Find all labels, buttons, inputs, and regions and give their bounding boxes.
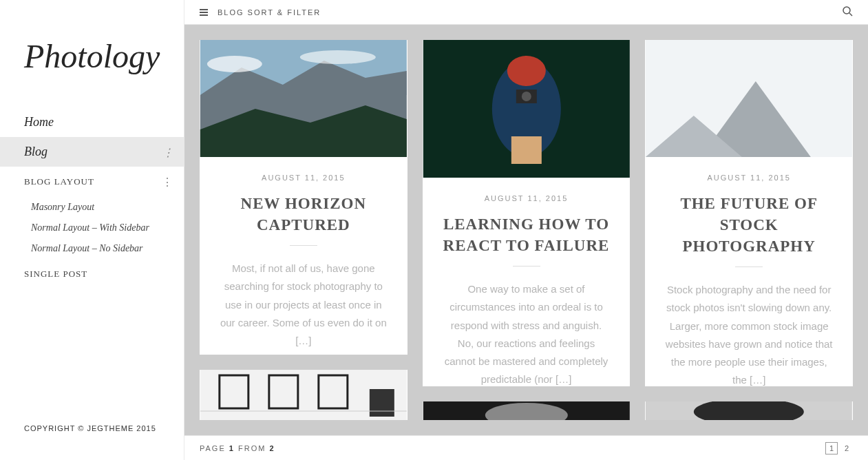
svg-point-5 <box>207 56 262 72</box>
nav-item-label: Blog <box>24 145 47 158</box>
post-date: AUGUST 11, 2015 <box>664 174 834 182</box>
nav-section-blog-layout[interactable]: BLOG LAYOUT ⋮ <box>0 167 184 197</box>
page-number[interactable]: 1 <box>825 442 838 454</box>
hamburger-icon[interactable] <box>200 9 208 16</box>
logo[interactable]: Photology <box>0 0 184 94</box>
nav-sub-masonry[interactable]: Masonry Layout <box>0 197 184 218</box>
nav-item-single-post[interactable]: SINGLE POST <box>0 259 184 289</box>
pagination: 1 2 <box>825 442 853 454</box>
post-card[interactable]: AUGUST 11, 2015 LEARNING HOW TO REACT TO… <box>423 40 631 386</box>
post-excerpt: Stock photography and the need for stock… <box>664 281 834 386</box>
post-image <box>645 40 853 157</box>
divider <box>290 245 317 246</box>
grid-column: AUGUST 11, 2015 LEARNING HOW TO REACT TO… <box>423 40 631 420</box>
sort-filter-button[interactable]: BLOG SORT & FILTER <box>218 8 321 17</box>
post-date: AUGUST 11, 2015 <box>219 174 388 182</box>
post-image <box>423 40 631 178</box>
divider <box>513 266 540 266</box>
nav-item-blog[interactable]: Blog ⋮ <box>0 137 184 167</box>
topbar: BLOG SORT & FILTER <box>184 0 868 25</box>
post-card[interactable]: AUGUST 11, 2015 NEW HORIZON CAPTURED Mos… <box>200 40 407 355</box>
svg-rect-18 <box>511 136 542 164</box>
post-title[interactable]: LEARNING HOW TO REACT TO FAILURE <box>442 213 611 256</box>
nav-sub-with-sidebar[interactable]: Normal Layout – With Sidebar <box>0 218 184 238</box>
post-image <box>200 40 407 157</box>
sidebar: Photology Home Blog ⋮ BLOG LAYOUT ⋮ Maso… <box>0 0 184 460</box>
nav: Home Blog ⋮ BLOG LAYOUT ⋮ Masonry Layout… <box>0 107 184 289</box>
post-date: AUGUST 11, 2015 <box>442 194 611 202</box>
post-card[interactable]: AUGUST 11, 2015 THE FUTURE OF STOCK PHOT… <box>645 40 853 386</box>
post-card[interactable] <box>200 370 407 420</box>
post-card[interactable] <box>423 401 631 420</box>
post-title[interactable]: THE FUTURE OF STOCK PHOTOGRAPHY <box>664 193 834 257</box>
nav-sub-no-sidebar[interactable]: Normal Layout – No Sidebar <box>0 238 184 259</box>
svg-rect-11 <box>370 389 394 417</box>
post-title[interactable]: NEW HORIZON CAPTURED <box>219 193 388 236</box>
svg-rect-24 <box>646 40 852 157</box>
dots-icon: ⋮ <box>162 176 173 189</box>
page-number[interactable]: 2 <box>840 442 853 454</box>
main: BLOG SORT & FILTER AUGUST 11, 2015 NEW H… <box>184 0 868 460</box>
nav-item-home[interactable]: Home <box>0 107 184 137</box>
copyright: COPYRIGHT © JEGTHEME 2015 <box>24 424 156 432</box>
divider <box>735 266 763 267</box>
search-icon[interactable] <box>842 6 853 19</box>
svg-line-1 <box>849 13 852 16</box>
svg-point-15 <box>507 56 546 86</box>
dots-icon: ⋮ <box>162 145 173 158</box>
post-grid: AUGUST 11, 2015 NEW HORIZON CAPTURED Mos… <box>184 25 868 435</box>
grid-column: AUGUST 11, 2015 NEW HORIZON CAPTURED Mos… <box>200 40 407 420</box>
post-image <box>645 401 853 420</box>
post-excerpt: Most, if not all of us, have gone search… <box>219 260 388 350</box>
page-info: PAGE 1 FROM 2 <box>200 444 275 452</box>
nav-section-label: BLOG LAYOUT <box>24 176 94 187</box>
post-card[interactable] <box>645 401 853 420</box>
svg-point-0 <box>843 7 850 14</box>
svg-point-6 <box>300 50 376 64</box>
post-excerpt: One way to make a set of circumstances i… <box>442 280 611 386</box>
svg-point-17 <box>522 92 531 101</box>
grid-column: AUGUST 11, 2015 THE FUTURE OF STOCK PHOT… <box>645 40 853 420</box>
bottombar: PAGE 1 FROM 2 1 2 <box>184 435 868 460</box>
svg-point-26 <box>694 401 804 420</box>
post-image <box>423 401 631 420</box>
post-image <box>200 370 407 420</box>
